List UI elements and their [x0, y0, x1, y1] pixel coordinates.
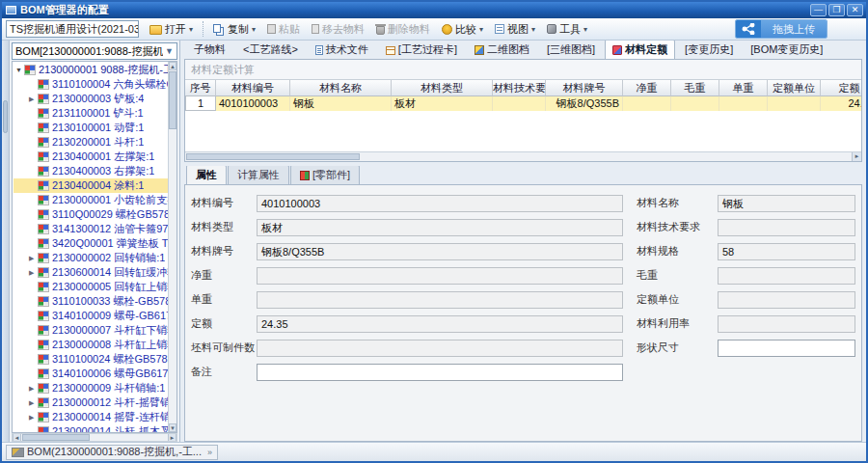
field-value[interactable]: 58: [718, 243, 855, 260]
detail-tab[interactable]: 计算属性: [228, 166, 289, 184]
bom-tree-item[interactable]: 2130000008 斗杆缸上销轴:1: [14, 338, 168, 352]
column-header[interactable]: 毛重: [671, 80, 719, 96]
scroll-thumb[interactable]: [186, 153, 360, 160]
tab[interactable]: [三维图档]: [539, 41, 603, 59]
bom-tree-item[interactable]: 2130000001 9088-挖掘机-工作装置: [14, 63, 168, 77]
bom-tree-item[interactable]: 2130000002 回转销轴:1: [14, 251, 168, 265]
toolbar-button[interactable]: 视图: [490, 20, 540, 39]
bom-tree-item[interactable]: 3110100004 六角头螺栓GB5782-M8: [14, 77, 168, 92]
tab[interactable]: 二维图档: [467, 41, 537, 59]
toolbar-button[interactable]: 粘贴: [262, 20, 305, 39]
bom-tree-item[interactable]: 2130000001 小齿轮前支撑抓木叉:1: [14, 193, 168, 207]
scroll-right-icon[interactable]: ►: [852, 152, 861, 161]
field-value[interactable]: 板材: [257, 219, 623, 236]
tree-vertical-scrollbar[interactable]: ▲ ▼: [168, 62, 176, 432]
column-header[interactable]: 材料名称: [290, 80, 392, 96]
toolbar-button[interactable]: 移去物料: [307, 20, 369, 39]
bom-tree-item[interactable]: 2130400001 左撑架:1: [14, 150, 168, 164]
bom-tree-item[interactable]: 2130400003 右撑架:1: [14, 164, 168, 178]
tab[interactable]: 子物料: [186, 41, 233, 59]
tab[interactable]: 技术文件: [308, 41, 376, 59]
toolbar-button[interactable]: 删除物料: [371, 20, 435, 39]
column-header[interactable]: 净重: [623, 80, 671, 96]
scroll-right-icon[interactable]: ►: [168, 434, 176, 441]
close-button[interactable]: ✕: [847, 4, 863, 16]
scroll-thumb[interactable]: [169, 71, 176, 129]
field-value[interactable]: [718, 340, 855, 357]
bom-tree-item[interactable]: 3141300012 油管卡箍97.1-12:4: [14, 222, 168, 236]
open-button[interactable]: 打开: [145, 20, 198, 39]
bom-tree-item[interactable]: 3110Q00029 螺栓GB5783-M12*25-8: [14, 207, 168, 222]
bom-tree-item[interactable]: 3110100024 螺栓GB5782-M12*110: [14, 352, 168, 367]
field-value[interactable]: 钢板8/Q355B: [257, 243, 623, 260]
bom-tree-item[interactable]: 2130000005 回转缸上销轴:1: [14, 280, 168, 294]
maximize-button[interactable]: ❐: [828, 4, 845, 16]
tree-expander-icon[interactable]: [29, 414, 38, 422]
toolbar-button[interactable]: 工具: [542, 20, 592, 39]
bom-tree-item[interactable]: 2130000007 斗杆缸下销轴:1: [14, 323, 168, 338]
tab[interactable]: 材料定额: [605, 41, 675, 59]
bom-tree-item[interactable]: 2130400004 涂料:1: [14, 178, 168, 193]
field-value[interactable]: 钢板: [718, 195, 855, 212]
field-value[interactable]: [718, 219, 855, 236]
detail-tab[interactable]: 属性: [186, 166, 227, 184]
tree-horizontal-scrollbar[interactable]: ◄ ►: [12, 433, 177, 442]
bom-tree-item[interactable]: 2130000012 斗杆-摇臂销轴:1: [14, 395, 168, 410]
scroll-down-icon[interactable]: ▼: [169, 423, 176, 432]
field-value[interactable]: [718, 291, 855, 309]
bom-tree-item[interactable]: 3420Q00001 弹簧垫板 T:2: [14, 236, 168, 251]
bom-tree-item[interactable]: 3140100009 螺母-GB6170 M14-8:6: [14, 309, 168, 323]
column-header[interactable]: 序号: [185, 80, 216, 96]
bom-tree-item[interactable]: 2130200001 斗杆:1: [14, 135, 168, 150]
splitter-grip[interactable]: [3, 100, 8, 133]
tree-expander-icon[interactable]: [29, 95, 38, 103]
field-value[interactable]: [718, 267, 855, 285]
table-row[interactable]: 14010100003钢板板材钢板8/Q355B24.35: [185, 96, 861, 111]
field-value[interactable]: 24.35: [257, 315, 623, 333]
status-bom-tab[interactable]: BOM(2130000001:9088-挖掘机,-工... »: [6, 445, 218, 460]
scroll-thumb[interactable]: [22, 434, 90, 441]
toolbar-button[interactable]: 比较: [437, 20, 488, 39]
panel-splitter[interactable]: [2, 41, 10, 442]
bom-tree-item[interactable]: 2130000009 斗杆销轴:1: [14, 381, 168, 395]
scroll-up-icon[interactable]: ▲: [169, 62, 176, 70]
field-value[interactable]: [257, 267, 623, 285]
detail-tab[interactable]: [零部件]: [290, 166, 360, 184]
field-value[interactable]: [257, 340, 623, 357]
column-header[interactable]: 单重: [719, 80, 768, 96]
tab[interactable]: [变更历史]: [677, 41, 741, 59]
drag-upload-button[interactable]: 拖拽上传: [735, 19, 827, 39]
tree-expander-icon[interactable]: [29, 385, 38, 393]
column-header[interactable]: 材料编号: [216, 80, 290, 96]
design-library-combobox[interactable]: TS挖掘机通用设计(2021-03-17 2 ⌄: [6, 20, 139, 38]
column-header[interactable]: 材料技术要...: [493, 80, 546, 96]
minimize-button[interactable]: —: [810, 4, 827, 16]
toolbar-button[interactable]: 复制: [208, 20, 260, 39]
table-horizontal-scrollbar[interactable]: ►: [185, 151, 861, 161]
bom-tree-item[interactable]: 2131100001 铲斗:1: [14, 106, 168, 121]
bom-tree-item[interactable]: 2130000003 铲板:4: [14, 92, 168, 106]
tab[interactable]: <工艺路线>: [235, 41, 306, 59]
tree-expander-icon[interactable]: [29, 399, 38, 407]
field-value[interactable]: 4010100003: [257, 195, 623, 212]
bom-tree-item[interactable]: 2130600014 回转缸缓冲轴:1: [14, 265, 168, 280]
column-header[interactable]: 定额: [821, 80, 861, 96]
tree-expander-icon[interactable]: [29, 269, 38, 277]
field-value[interactable]: [257, 291, 623, 309]
field-value[interactable]: [257, 364, 623, 381]
bom-tree-item[interactable]: 2130000014 摇臂-连杆销轴:1: [14, 410, 168, 424]
bom-select-combobox[interactable]: BOM[2130000001:9088-挖掘机-工作装置 ▼: [12, 42, 177, 60]
tree-expander-icon[interactable]: [29, 255, 38, 262]
field-value[interactable]: [718, 315, 855, 333]
tab[interactable]: [BOM变更历史]: [743, 41, 830, 59]
bom-tree-item[interactable]: 3110100033 螺栓-GB5782 M14*120: [14, 294, 168, 309]
tab[interactable]: [工艺过程卡]: [378, 41, 465, 59]
bom-tree-item[interactable]: 3140100006 螺母GB6170-M12-8:12: [14, 367, 168, 381]
column-header[interactable]: 材料类型: [392, 80, 493, 96]
column-header[interactable]: 材料牌号: [546, 80, 623, 96]
column-header[interactable]: 定额单位: [768, 80, 821, 96]
bom-tree-item[interactable]: 2130000014 斗杆-抓木叉销轴:2: [14, 424, 168, 432]
bom-tree-item[interactable]: 2130100001 动臂:1: [14, 121, 168, 135]
scroll-left-icon[interactable]: ◄: [13, 434, 21, 441]
tree-expander-icon[interactable]: [15, 67, 24, 73]
